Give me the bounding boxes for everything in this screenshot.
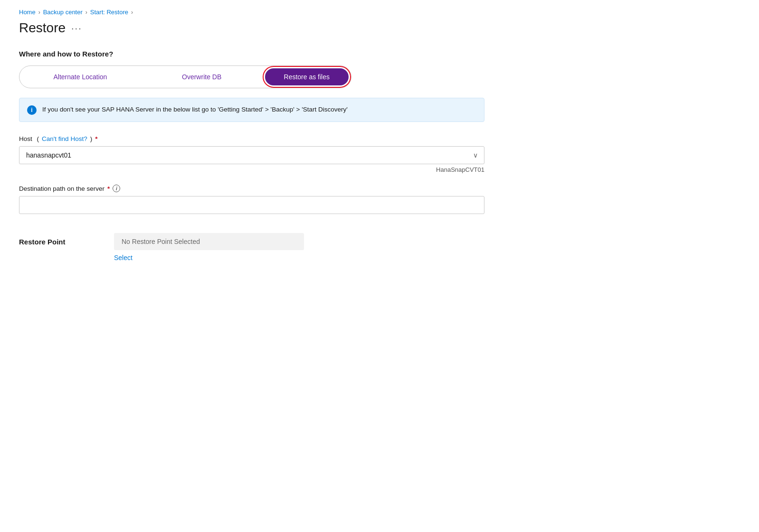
destination-info-icon[interactable]: i xyxy=(113,185,120,192)
breadcrumb-sep-1: › xyxy=(38,9,40,16)
more-options-button[interactable]: ··· xyxy=(71,23,82,33)
restore-point-label: Restore Point xyxy=(19,233,95,246)
host-label: Host (Can't find Host?) * xyxy=(19,135,503,142)
breadcrumb-sep-2: › xyxy=(85,9,87,16)
no-restore-point-box: No Restore Point Selected xyxy=(114,233,304,250)
restore-point-section: Restore Point No Restore Point Selected … xyxy=(19,233,503,261)
restore-options-group: Alternate Location Overwrite DB Restore … xyxy=(19,65,351,88)
info-text: If you don't see your SAP HANA Server in… xyxy=(42,105,348,114)
cant-find-host-link[interactable]: Can't find Host? xyxy=(42,135,87,142)
restore-option-files[interactable]: Restore as files xyxy=(265,68,349,85)
host-required-star: * xyxy=(95,135,97,142)
select-restore-point-link[interactable]: Select xyxy=(114,254,304,261)
restore-option-overwrite[interactable]: Overwrite DB xyxy=(141,68,263,85)
breadcrumb-sep-3: › xyxy=(131,9,133,16)
destination-field-group: Destination path on the server * i xyxy=(19,185,503,214)
host-hint: HanaSnapCVT01 xyxy=(19,166,484,173)
breadcrumb-home[interactable]: Home xyxy=(19,9,36,16)
restore-option-files-wrapper: Restore as files xyxy=(263,66,351,88)
host-field-group: Host (Can't find Host?) * hanasnapcvt01 … xyxy=(19,135,503,173)
breadcrumb-start-restore[interactable]: Start: Restore xyxy=(90,9,128,16)
page-title: Restore xyxy=(19,20,66,36)
breadcrumb: Home › Backup center › Start: Restore › xyxy=(19,9,503,16)
info-icon: i xyxy=(27,105,37,115)
restore-point-content: No Restore Point Selected Select xyxy=(114,233,304,261)
section-title: Where and how to Restore? xyxy=(19,50,503,58)
restore-option-alternate[interactable]: Alternate Location xyxy=(19,68,141,85)
destination-input[interactable] xyxy=(19,196,484,214)
destination-required-star: * xyxy=(107,185,110,192)
destination-label: Destination path on the server * i xyxy=(19,185,503,192)
restore-point-row: Restore Point No Restore Point Selected … xyxy=(19,233,503,261)
host-select[interactable]: hanasnapcvt01 xyxy=(19,146,484,164)
breadcrumb-backup-center[interactable]: Backup center xyxy=(43,9,83,16)
host-select-wrapper: hanasnapcvt01 ∨ xyxy=(19,146,484,164)
info-box: i If you don't see your SAP HANA Server … xyxy=(19,98,484,122)
